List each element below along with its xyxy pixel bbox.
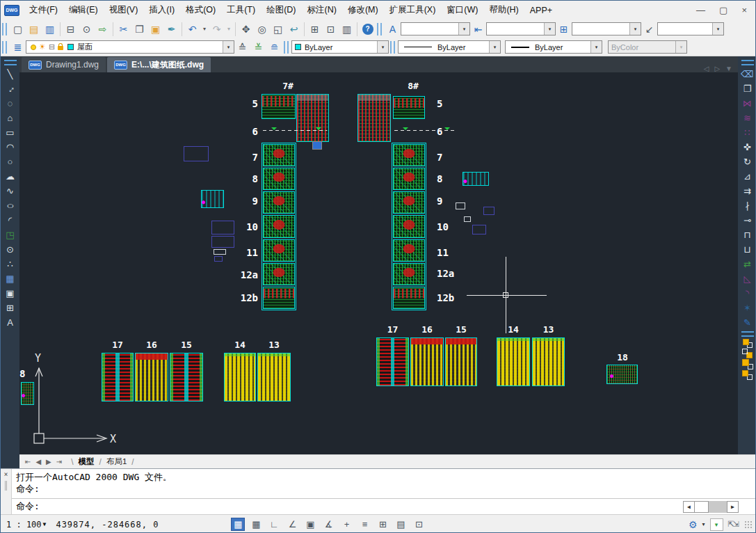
trim-icon[interactable]: ∤: [739, 198, 756, 213]
selected-object[interactable]: [312, 141, 322, 150]
ortho-toggle-icon[interactable]: ∟: [267, 518, 281, 531]
mleader-style-combo[interactable]: ▾: [657, 22, 724, 35]
tab-layout1[interactable]: 布局1: [104, 456, 129, 467]
mtext-icon[interactable]: A: [2, 315, 19, 330]
erase-icon[interactable]: ⌫: [739, 67, 756, 81]
rotate-icon[interactable]: ↻: [739, 154, 756, 169]
arc-icon[interactable]: ◠: [2, 140, 19, 154]
chevron-down-icon[interactable]: ▾: [223, 41, 234, 53]
hatch-icon[interactable]: ▦: [2, 271, 19, 286]
toolbar-grip[interactable]: [2, 23, 7, 35]
extend-icon[interactable]: ⊸: [739, 213, 756, 228]
copy-object-icon[interactable]: ❐: [739, 81, 756, 96]
panel-grip[interactable]: [741, 60, 754, 61]
scale-dropdown-icon[interactable]: ▼: [43, 521, 47, 527]
insert-block-icon[interactable]: ◳: [2, 228, 19, 242]
scale-control[interactable]: 1 : 100 ▼: [6, 520, 46, 530]
print-icon[interactable]: ⊟: [63, 22, 79, 36]
print-preview-icon[interactable]: ⊙: [79, 22, 95, 36]
ellipse-icon[interactable]: ○: [6, 200, 15, 211]
panel-grip[interactable]: [4, 64, 17, 65]
dim-style-icon[interactable]: ⇤: [470, 22, 486, 36]
mirror-icon[interactable]: ⋈: [739, 96, 756, 111]
join-icon[interactable]: ⇄: [739, 257, 756, 271]
layer-properties-icon[interactable]: ≣: [10, 40, 26, 54]
chevron-down-icon[interactable]: ▾: [489, 41, 500, 53]
undo-dropdown-icon[interactable]: ▾: [200, 22, 209, 36]
command-splitter-grip[interactable]: [5, 481, 7, 491]
gear-icon[interactable]: ⚙: [689, 519, 698, 530]
annotation-autoscale-toggle-icon[interactable]: ⊡: [412, 518, 426, 531]
scrollbar-thumb[interactable]: [709, 501, 727, 513]
linetype-combo[interactable]: ByLayer ▾: [398, 40, 501, 54]
revision-cloud-icon[interactable]: ☁: [2, 169, 19, 184]
save-icon[interactable]: ▥: [42, 22, 58, 36]
snap-toggle-icon[interactable]: ▦: [231, 518, 245, 531]
chevron-down-icon[interactable]: ▾: [458, 23, 469, 35]
zoom-window-icon[interactable]: ◱: [270, 22, 286, 36]
isolate-objects-icon[interactable]: ▾: [710, 518, 723, 531]
tab-prev-icon[interactable]: ◁: [704, 65, 709, 72]
send-to-back-icon[interactable]: [741, 349, 753, 359]
first-tab-icon[interactable]: ⇤: [25, 458, 31, 466]
move-icon[interactable]: ✜: [739, 140, 756, 154]
design-center-icon[interactable]: ⊡: [323, 22, 339, 36]
menu-modify[interactable]: 修改(M): [342, 1, 384, 19]
ellipse-arc-icon[interactable]: ◜: [2, 213, 19, 228]
cut-icon[interactable]: ✂: [115, 22, 131, 36]
scrollbar-track[interactable]: [695, 501, 709, 513]
make-layer-current-icon[interactable]: ≙: [234, 40, 250, 54]
chevron-down-icon[interactable]: ▾: [377, 41, 388, 53]
open-icon[interactable]: ▤: [26, 22, 42, 36]
toolbar-grip[interactable]: [390, 41, 395, 54]
table-icon[interactable]: ⊞: [2, 301, 19, 315]
dim-style-combo[interactable]: ▾: [486, 22, 556, 35]
resize-grip[interactable]: [744, 520, 753, 529]
toolbar-grip[interactable]: [377, 23, 382, 35]
properties-palette-icon[interactable]: ⊞: [307, 22, 323, 36]
text-style-icon[interactable]: A: [385, 22, 401, 36]
array-icon[interactable]: ∷: [739, 125, 756, 140]
menu-insert[interactable]: 插入(I): [143, 1, 180, 19]
tab-next-icon[interactable]: ▷: [714, 65, 720, 72]
redo-icon[interactable]: ↷: [209, 22, 225, 36]
app-icon[interactable]: DWG: [4, 5, 19, 16]
next-tab-icon[interactable]: ▶: [46, 458, 51, 466]
zoom-realtime-icon[interactable]: ◎: [254, 22, 270, 36]
polar-toggle-icon[interactable]: ∠: [285, 518, 299, 531]
lineweight-toggle-icon[interactable]: ≡: [357, 518, 371, 531]
grid-toggle-icon[interactable]: ▦: [249, 518, 263, 531]
chevron-down-icon[interactable]: ▾: [629, 23, 641, 35]
copy-icon[interactable]: ❐: [131, 22, 147, 36]
fullscreen-icon[interactable]: ⇱⇲: [728, 520, 738, 529]
menu-app-plus[interactable]: APP+: [524, 1, 558, 19]
stretch-icon[interactable]: ⇉: [739, 184, 756, 198]
toolbar-grip[interactable]: [284, 41, 289, 54]
layer-on-icon[interactable]: [31, 45, 36, 50]
minimize-button[interactable]: —: [696, 5, 705, 15]
zoom-previous-icon[interactable]: ↩: [286, 22, 302, 36]
menu-edit[interactable]: 编辑(E): [63, 1, 104, 19]
prev-tab-icon[interactable]: ◀: [35, 458, 41, 466]
menu-help[interactable]: 帮助(H): [483, 1, 524, 19]
scroll-left-icon[interactable]: ◀: [683, 501, 695, 513]
doc-tab-drawing1[interactable]: DWG Drawing1.dwg: [22, 57, 106, 72]
point-icon[interactable]: ∴: [2, 257, 19, 271]
send-under-objects-icon[interactable]: [741, 369, 753, 380]
region-icon[interactable]: ▣: [2, 286, 19, 301]
menu-express-tools[interactable]: 扩展工具(X): [384, 1, 442, 19]
offset-icon[interactable]: ≋: [739, 111, 756, 125]
undo-icon[interactable]: ↶: [184, 22, 200, 36]
command-history-area[interactable]: 打开一个AutoCAD 2000 DWG 文件。 命令: 命令: ◀ ▶: [12, 469, 756, 514]
mleader-style-icon[interactable]: ↙: [641, 22, 657, 36]
menu-dimension[interactable]: 标注(N): [302, 1, 342, 19]
new-icon[interactable]: ▢: [10, 22, 26, 36]
fillet-icon[interactable]: ◝: [739, 286, 756, 301]
redo-dropdown-icon[interactable]: ▾: [225, 22, 233, 36]
command-input-line[interactable]: 命令: ◀ ▶: [12, 499, 756, 514]
quick-properties-toggle-icon[interactable]: ⊞: [376, 518, 389, 531]
color-combo[interactable]: ByLayer ▾: [291, 40, 389, 54]
otrack-toggle-icon[interactable]: ∡: [321, 518, 335, 531]
menu-file[interactable]: 文件(F): [24, 1, 63, 19]
coordinates-readout[interactable]: 439874, -284668, 0: [56, 520, 159, 530]
